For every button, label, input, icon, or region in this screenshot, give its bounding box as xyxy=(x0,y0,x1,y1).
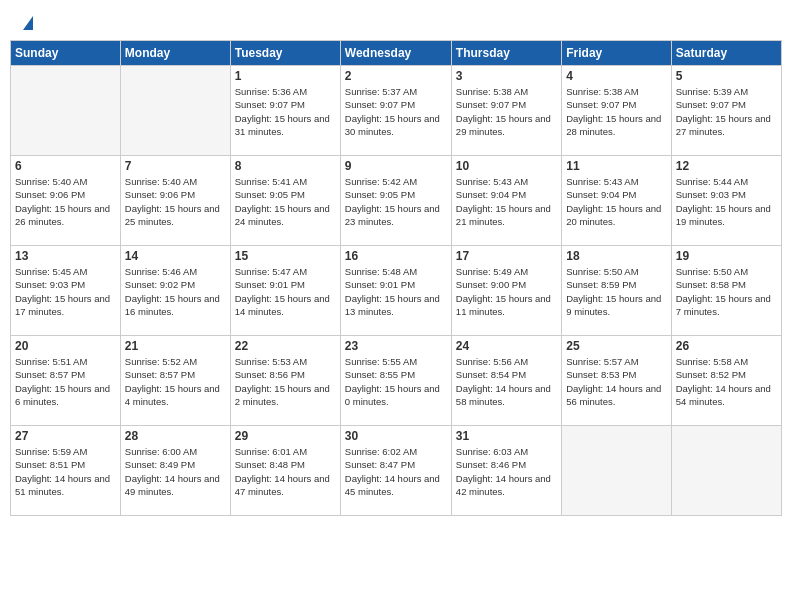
day-number: 12 xyxy=(676,159,777,173)
day-info: Sunrise: 5:39 AM Sunset: 9:07 PM Dayligh… xyxy=(676,85,777,138)
day-number: 21 xyxy=(125,339,226,353)
day-number: 31 xyxy=(456,429,557,443)
day-number: 27 xyxy=(15,429,116,443)
day-info: Sunrise: 5:51 AM Sunset: 8:57 PM Dayligh… xyxy=(15,355,116,408)
day-number: 10 xyxy=(456,159,557,173)
day-number: 4 xyxy=(566,69,666,83)
calendar-day-cell: 29Sunrise: 6:01 AM Sunset: 8:48 PM Dayli… xyxy=(230,426,340,516)
day-info: Sunrise: 6:02 AM Sunset: 8:47 PM Dayligh… xyxy=(345,445,447,498)
calendar-day-cell: 22Sunrise: 5:53 AM Sunset: 8:56 PM Dayli… xyxy=(230,336,340,426)
day-info: Sunrise: 5:46 AM Sunset: 9:02 PM Dayligh… xyxy=(125,265,226,318)
day-number: 29 xyxy=(235,429,336,443)
calendar-day-cell xyxy=(11,66,121,156)
header-thursday: Thursday xyxy=(451,41,561,66)
calendar-day-cell: 6Sunrise: 5:40 AM Sunset: 9:06 PM Daylig… xyxy=(11,156,121,246)
calendar-day-cell: 31Sunrise: 6:03 AM Sunset: 8:46 PM Dayli… xyxy=(451,426,561,516)
calendar-day-cell: 12Sunrise: 5:44 AM Sunset: 9:03 PM Dayli… xyxy=(671,156,781,246)
calendar-day-cell: 9Sunrise: 5:42 AM Sunset: 9:05 PM Daylig… xyxy=(340,156,451,246)
day-number: 11 xyxy=(566,159,666,173)
calendar-day-cell: 7Sunrise: 5:40 AM Sunset: 9:06 PM Daylig… xyxy=(120,156,230,246)
day-info: Sunrise: 5:49 AM Sunset: 9:00 PM Dayligh… xyxy=(456,265,557,318)
day-info: Sunrise: 5:38 AM Sunset: 9:07 PM Dayligh… xyxy=(566,85,666,138)
calendar-day-cell: 25Sunrise: 5:57 AM Sunset: 8:53 PM Dayli… xyxy=(562,336,671,426)
header-saturday: Saturday xyxy=(671,41,781,66)
header-tuesday: Tuesday xyxy=(230,41,340,66)
calendar-day-cell: 5Sunrise: 5:39 AM Sunset: 9:07 PM Daylig… xyxy=(671,66,781,156)
calendar-week-5: 27Sunrise: 5:59 AM Sunset: 8:51 PM Dayli… xyxy=(11,426,782,516)
logo xyxy=(20,20,33,30)
day-info: Sunrise: 5:55 AM Sunset: 8:55 PM Dayligh… xyxy=(345,355,447,408)
day-number: 24 xyxy=(456,339,557,353)
day-number: 25 xyxy=(566,339,666,353)
day-number: 5 xyxy=(676,69,777,83)
day-info: Sunrise: 5:45 AM Sunset: 9:03 PM Dayligh… xyxy=(15,265,116,318)
calendar-day-cell: 3Sunrise: 5:38 AM Sunset: 9:07 PM Daylig… xyxy=(451,66,561,156)
day-info: Sunrise: 5:58 AM Sunset: 8:52 PM Dayligh… xyxy=(676,355,777,408)
header-wednesday: Wednesday xyxy=(340,41,451,66)
day-info: Sunrise: 5:48 AM Sunset: 9:01 PM Dayligh… xyxy=(345,265,447,318)
day-info: Sunrise: 5:43 AM Sunset: 9:04 PM Dayligh… xyxy=(456,175,557,228)
calendar-day-cell xyxy=(120,66,230,156)
day-info: Sunrise: 6:03 AM Sunset: 8:46 PM Dayligh… xyxy=(456,445,557,498)
calendar-day-cell: 17Sunrise: 5:49 AM Sunset: 9:00 PM Dayli… xyxy=(451,246,561,336)
calendar-day-cell: 10Sunrise: 5:43 AM Sunset: 9:04 PM Dayli… xyxy=(451,156,561,246)
day-info: Sunrise: 5:43 AM Sunset: 9:04 PM Dayligh… xyxy=(566,175,666,228)
day-info: Sunrise: 5:44 AM Sunset: 9:03 PM Dayligh… xyxy=(676,175,777,228)
day-number: 30 xyxy=(345,429,447,443)
day-number: 22 xyxy=(235,339,336,353)
calendar-day-cell: 19Sunrise: 5:50 AM Sunset: 8:58 PM Dayli… xyxy=(671,246,781,336)
day-info: Sunrise: 5:50 AM Sunset: 8:59 PM Dayligh… xyxy=(566,265,666,318)
calendar-day-cell: 2Sunrise: 5:37 AM Sunset: 9:07 PM Daylig… xyxy=(340,66,451,156)
day-info: Sunrise: 5:38 AM Sunset: 9:07 PM Dayligh… xyxy=(456,85,557,138)
day-info: Sunrise: 5:36 AM Sunset: 9:07 PM Dayligh… xyxy=(235,85,336,138)
day-number: 18 xyxy=(566,249,666,263)
day-number: 15 xyxy=(235,249,336,263)
calendar-day-cell: 14Sunrise: 5:46 AM Sunset: 9:02 PM Dayli… xyxy=(120,246,230,336)
day-number: 8 xyxy=(235,159,336,173)
day-number: 13 xyxy=(15,249,116,263)
day-number: 20 xyxy=(15,339,116,353)
calendar-day-cell: 20Sunrise: 5:51 AM Sunset: 8:57 PM Dayli… xyxy=(11,336,121,426)
day-number: 16 xyxy=(345,249,447,263)
calendar-day-cell xyxy=(671,426,781,516)
weekday-header-row: Sunday Monday Tuesday Wednesday Thursday… xyxy=(11,41,782,66)
day-number: 2 xyxy=(345,69,447,83)
day-number: 7 xyxy=(125,159,226,173)
calendar-day-cell: 26Sunrise: 5:58 AM Sunset: 8:52 PM Dayli… xyxy=(671,336,781,426)
day-number: 14 xyxy=(125,249,226,263)
day-info: Sunrise: 5:47 AM Sunset: 9:01 PM Dayligh… xyxy=(235,265,336,318)
day-info: Sunrise: 6:00 AM Sunset: 8:49 PM Dayligh… xyxy=(125,445,226,498)
calendar-week-3: 13Sunrise: 5:45 AM Sunset: 9:03 PM Dayli… xyxy=(11,246,782,336)
calendar-day-cell: 16Sunrise: 5:48 AM Sunset: 9:01 PM Dayli… xyxy=(340,246,451,336)
day-number: 28 xyxy=(125,429,226,443)
calendar-table: Sunday Monday Tuesday Wednesday Thursday… xyxy=(10,40,782,516)
page-header xyxy=(10,10,782,35)
day-number: 19 xyxy=(676,249,777,263)
day-info: Sunrise: 5:42 AM Sunset: 9:05 PM Dayligh… xyxy=(345,175,447,228)
day-number: 26 xyxy=(676,339,777,353)
calendar-day-cell: 1Sunrise: 5:36 AM Sunset: 9:07 PM Daylig… xyxy=(230,66,340,156)
calendar-day-cell: 13Sunrise: 5:45 AM Sunset: 9:03 PM Dayli… xyxy=(11,246,121,336)
calendar-day-cell: 15Sunrise: 5:47 AM Sunset: 9:01 PM Dayli… xyxy=(230,246,340,336)
calendar-day-cell: 8Sunrise: 5:41 AM Sunset: 9:05 PM Daylig… xyxy=(230,156,340,246)
day-info: Sunrise: 5:50 AM Sunset: 8:58 PM Dayligh… xyxy=(676,265,777,318)
day-info: Sunrise: 5:40 AM Sunset: 9:06 PM Dayligh… xyxy=(125,175,226,228)
day-info: Sunrise: 5:53 AM Sunset: 8:56 PM Dayligh… xyxy=(235,355,336,408)
calendar-week-4: 20Sunrise: 5:51 AM Sunset: 8:57 PM Dayli… xyxy=(11,336,782,426)
calendar-day-cell: 21Sunrise: 5:52 AM Sunset: 8:57 PM Dayli… xyxy=(120,336,230,426)
calendar-day-cell: 27Sunrise: 5:59 AM Sunset: 8:51 PM Dayli… xyxy=(11,426,121,516)
header-sunday: Sunday xyxy=(11,41,121,66)
calendar-day-cell: 28Sunrise: 6:00 AM Sunset: 8:49 PM Dayli… xyxy=(120,426,230,516)
day-number: 9 xyxy=(345,159,447,173)
day-info: Sunrise: 5:37 AM Sunset: 9:07 PM Dayligh… xyxy=(345,85,447,138)
calendar-day-cell: 18Sunrise: 5:50 AM Sunset: 8:59 PM Dayli… xyxy=(562,246,671,336)
calendar-day-cell: 23Sunrise: 5:55 AM Sunset: 8:55 PM Dayli… xyxy=(340,336,451,426)
day-info: Sunrise: 5:41 AM Sunset: 9:05 PM Dayligh… xyxy=(235,175,336,228)
day-number: 6 xyxy=(15,159,116,173)
calendar-day-cell: 30Sunrise: 6:02 AM Sunset: 8:47 PM Dayli… xyxy=(340,426,451,516)
day-info: Sunrise: 5:56 AM Sunset: 8:54 PM Dayligh… xyxy=(456,355,557,408)
day-info: Sunrise: 5:52 AM Sunset: 8:57 PM Dayligh… xyxy=(125,355,226,408)
calendar-week-1: 1Sunrise: 5:36 AM Sunset: 9:07 PM Daylig… xyxy=(11,66,782,156)
day-number: 23 xyxy=(345,339,447,353)
calendar-day-cell: 24Sunrise: 5:56 AM Sunset: 8:54 PM Dayli… xyxy=(451,336,561,426)
